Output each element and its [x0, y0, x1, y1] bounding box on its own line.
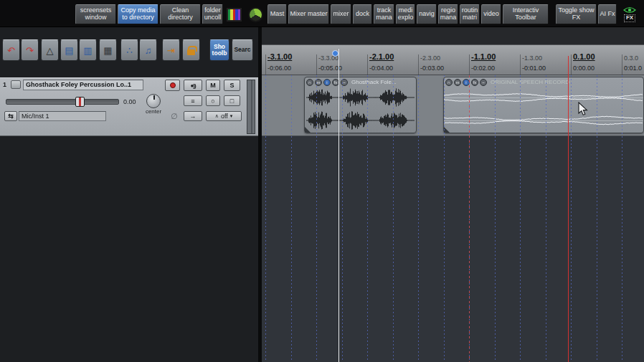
- item-fx-icon[interactable]: fx: [471, 79, 478, 86]
- arrange-area[interactable]: -3.1.00-0:06.00-3.3.00-0:05.00-2.1.00-0:…: [262, 27, 644, 362]
- item-lock-icon[interactable]: ∩: [445, 79, 453, 86]
- toolbar-button-ai-fx[interactable]: AI Fx: [598, 4, 617, 24]
- toolbar-button-video[interactable]: video: [481, 4, 501, 24]
- track-control-panel: 1 Ghosthack Foley Percussion Lo..1 ●)) M…: [0, 77, 258, 136]
- item-title: ORIGINAL SPEECH RECORD: [491, 79, 569, 85]
- eye-icon: [623, 6, 636, 14]
- top-toolbar: screensets windowCopy media to directory…: [0, 0, 644, 27]
- input-selector[interactable]: Mic/Inst 1: [19, 111, 106, 121]
- items-layer: ∩mifx~Ghosthack Fole...∩mifx~ORIGINAL SP…: [262, 27, 644, 362]
- color-bars-icon: [227, 8, 242, 22]
- show-toolbox-button[interactable]: Sho toolb: [209, 39, 229, 61]
- toolbar-button-dock[interactable]: dock: [353, 4, 372, 24]
- toolbar-button-time-pie[interactable]: [246, 4, 265, 24]
- item-notes-icon[interactable]: i: [323, 79, 331, 86]
- toolbar-button-routing-matrix[interactable]: routin matri: [460, 4, 480, 24]
- panel-divider[interactable]: [258, 27, 262, 362]
- volume-fader[interactable]: [6, 99, 119, 105]
- envelope-tool-button[interactable]: △: [41, 39, 59, 61]
- track-name-field[interactable]: Ghosthack Foley Percussion Lo..1: [23, 80, 143, 90]
- media-item-speech[interactable]: ∩mifx~ORIGINAL SPEECH RECORD: [443, 77, 644, 133]
- screenset-b-button[interactable]: ▥: [79, 39, 97, 61]
- mouse-cursor: [578, 102, 589, 117]
- screenset-b-icon: ▥: [83, 45, 92, 56]
- edit-marker[interactable]: [332, 50, 338, 57]
- pan-label: center: [139, 108, 168, 115]
- lock-icon: [187, 49, 195, 55]
- undo-icon: ↶: [7, 45, 15, 56]
- fx-chain-button[interactable]: □: [224, 95, 240, 106]
- toolbar-button-copy-media[interactable]: Copy media to directory: [118, 4, 158, 24]
- media-item-percussion[interactable]: ∩mifx~Ghosthack Fole...: [304, 77, 417, 133]
- midi-editor-button[interactable]: ♫: [139, 39, 157, 61]
- toolbar-button-region-manager[interactable]: regio mana: [438, 4, 458, 24]
- send-button[interactable]: →: [184, 111, 202, 121]
- toolbar-button-track-manager[interactable]: track mana: [374, 4, 394, 24]
- record-dot-icon: [170, 82, 176, 88]
- fx-enable-button[interactable]: ○: [206, 95, 220, 106]
- search-button[interactable]: Searc: [232, 39, 253, 61]
- toolbar-button-screensets-window[interactable]: screensets window: [75, 4, 116, 24]
- monitor-button[interactable]: ●)): [184, 80, 202, 91]
- solo-button[interactable]: S: [224, 80, 240, 91]
- routing-button[interactable]: ∴: [120, 39, 138, 61]
- phase-button[interactable]: ∅: [171, 112, 178, 121]
- routing-icon: ∴: [126, 45, 132, 56]
- volume-fader-handle[interactable]: [75, 97, 85, 107]
- toolbar-button-media-explorer[interactable]: medi explo: [396, 4, 415, 24]
- item-envelope-icon[interactable]: ~: [480, 79, 487, 86]
- volume-value: 0.00: [123, 98, 136, 105]
- screenset-a-button[interactable]: ▤: [60, 39, 78, 61]
- automation-mode-label: off: [221, 113, 228, 120]
- item-header: ∩mifx~ORIGINAL SPEECH RECORD: [445, 78, 569, 86]
- item-title: Ghosthack Fole...: [351, 79, 397, 85]
- pie-meter-icon: [248, 7, 263, 22]
- lock-button[interactable]: [182, 39, 200, 61]
- pan-knob[interactable]: [146, 94, 161, 108]
- auto-up-icon[interactable]: ∧: [215, 113, 219, 119]
- item-envelope-icon[interactable]: ~: [341, 79, 348, 86]
- play-cursor: [568, 56, 569, 362]
- track-meter: [247, 80, 255, 134]
- track-number: 1: [3, 81, 6, 88]
- toolbar-button-color-palette[interactable]: [224, 4, 243, 24]
- toolbar-button-interactive-toolbar[interactable]: Interactiv Toolbar: [503, 4, 549, 24]
- record-arm-button[interactable]: [165, 80, 180, 91]
- toolbar-button-mixer-master[interactable]: Mixer master: [288, 4, 329, 24]
- ripple-icon: ⇥: [167, 45, 175, 56]
- toolbar-button-master[interactable]: Mast: [267, 4, 287, 24]
- item-header: ∩mifx~Ghosthack Fole...: [306, 78, 397, 86]
- item-mute-icon[interactable]: m: [315, 79, 322, 86]
- midi-editor-icon: ♫: [145, 45, 152, 56]
- track-icon[interactable]: [11, 80, 21, 89]
- fx-eye-label: FX: [624, 14, 635, 22]
- grid-icon: ▦: [103, 45, 112, 56]
- marker-guide-line: [469, 75, 470, 362]
- knob-notch-icon: [153, 95, 155, 100]
- undo-button[interactable]: ↶: [2, 39, 20, 61]
- redo-button[interactable]: ↷: [21, 39, 39, 61]
- reaper-window: { "top_toolbar": { "buttons": [ { "id": …: [0, 0, 644, 362]
- item-lock-icon[interactable]: ∩: [306, 79, 313, 86]
- speaker-icon: ●)): [190, 82, 195, 89]
- io-button[interactable]: ≡: [184, 95, 202, 106]
- toolbar-button-navigator[interactable]: navig: [417, 4, 437, 24]
- envelope-tool-icon: △: [47, 45, 54, 56]
- redo-icon: ↷: [26, 45, 34, 56]
- toolbar-button-clean-directory[interactable]: Clean directory: [160, 4, 201, 24]
- screenset-a-icon: ▤: [65, 45, 73, 56]
- automation-mode-control[interactable]: ∧ off ▾: [206, 111, 242, 121]
- grid-button[interactable]: ▦: [99, 39, 117, 61]
- auto-down-icon[interactable]: ▾: [230, 113, 233, 119]
- ripple-button[interactable]: ⇥: [162, 39, 180, 61]
- toolbar-button-mixer[interactable]: mixer: [331, 4, 351, 24]
- input-route-button[interactable]: ⇆: [4, 111, 17, 121]
- edit-cursor[interactable]: [338, 49, 339, 362]
- toolbar-button-toggle-show-fx[interactable]: Toggle show FX: [556, 4, 597, 24]
- left-panel: Sho toolb Searc ↶↷△▤▥▦∴♫⇥ 1 Ghosthack Fo…: [0, 27, 258, 362]
- mute-button[interactable]: M: [206, 80, 220, 91]
- toolbar-button-fx-eye[interactable]: FX: [618, 4, 641, 24]
- item-mute-icon[interactable]: m: [454, 79, 461, 86]
- toolbar-button-folder-uncollapse[interactable]: folder uncoll: [202, 4, 223, 24]
